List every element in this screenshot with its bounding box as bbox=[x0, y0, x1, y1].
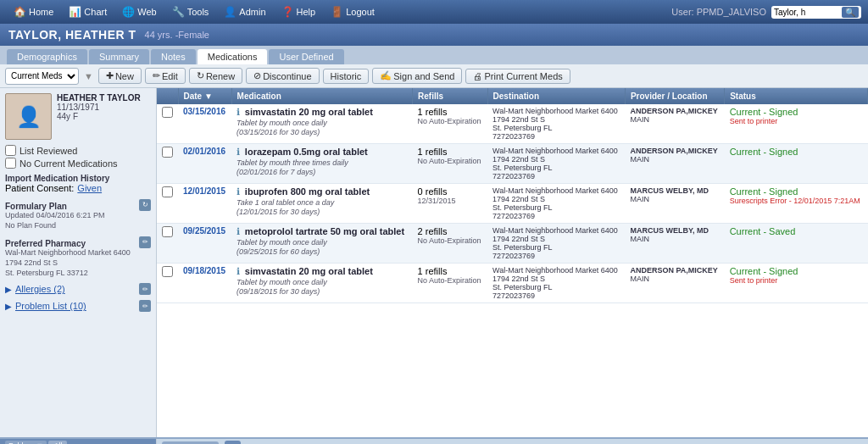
tab-medications[interactable]: Medications bbox=[198, 49, 268, 64]
formulary-no-plan: No Plan Found bbox=[5, 221, 151, 231]
print-icon: 🖨 bbox=[473, 71, 482, 81]
top-search-button[interactable]: 🔍 bbox=[842, 7, 859, 18]
list-reviewed-checkbox[interactable] bbox=[5, 145, 16, 156]
formulary-plan-label: Formulary Plan bbox=[5, 202, 67, 211]
top-search-box[interactable]: 🔍 bbox=[771, 6, 861, 19]
row-refills: 1 refills No Auto-Expiration bbox=[413, 144, 487, 184]
nav-web[interactable]: 🌐 Web bbox=[115, 4, 163, 19]
all-button[interactable]: All bbox=[48, 441, 67, 444]
new-icon: ✚ bbox=[106, 70, 114, 81]
no-current-meds-item[interactable]: No Current Medications bbox=[5, 158, 151, 169]
nav-chart[interactable]: 📊 Chart bbox=[62, 4, 114, 19]
row-destination: Wal-Mart Neighborhood Market 6400 1794 2… bbox=[487, 144, 625, 184]
col-refills[interactable]: Refills bbox=[413, 88, 487, 104]
row-status: Current - Signed Sent to printer bbox=[725, 104, 868, 144]
allergies-edit-icon[interactable]: ✏ bbox=[139, 283, 151, 295]
bottom-left-panel: Folders ▼ All Sorted by Date EST PATIENT… bbox=[0, 439, 157, 444]
nav-logout[interactable]: 🚪 Logout bbox=[324, 4, 381, 19]
row-provider: ANDERSON PA,MICKEY MAIN bbox=[625, 144, 724, 184]
medications-toolbar: Current Meds ▼ ✚ New ✏ Edit ↻ Renew ⊘ Di… bbox=[0, 64, 868, 88]
col-provider[interactable]: Provider / Location bbox=[625, 88, 724, 104]
row-provider: MARCUS WELBY, MD MAIN bbox=[625, 184, 724, 224]
bottom-tabs-row: New Rx ✕ + bbox=[157, 439, 868, 444]
left-sidebar: 👤 HEATHER T TAYLOR 11/13/1971 44y F List… bbox=[0, 88, 157, 437]
row-date: 02/01/2016 bbox=[178, 144, 231, 184]
table-row[interactable]: 03/15/2016 ℹ simvastatin 20 mg oral tabl… bbox=[157, 104, 868, 144]
allergies-section: ▶ Allergies (2) ✏ bbox=[5, 283, 151, 295]
nav-tools[interactable]: 🔧 Tools bbox=[165, 4, 216, 19]
row-checkbox[interactable] bbox=[162, 226, 173, 237]
historic-button[interactable]: Historic bbox=[323, 69, 370, 84]
patient-age: 44 yrs. -Female bbox=[145, 30, 209, 40]
row-destination: Wal-Mart Neighborhood Market 6400 1794 2… bbox=[487, 224, 625, 264]
import-history-label: Import Medication History bbox=[5, 174, 151, 183]
row-medication: ℹ lorazepam 0.5mg oral tablet Tablet by … bbox=[231, 144, 413, 184]
sidebar-patient-age: 44y F bbox=[57, 112, 141, 121]
main-layout: 👤 HEATHER T TAYLOR 11/13/1971 44y F List… bbox=[0, 88, 868, 437]
bottom-center-panel: New Rx ✕ + ✏ 🗑 ✕ ⊕ ↻ Renew w/Edit 📧 eSen… bbox=[157, 439, 868, 444]
nav-admin[interactable]: 👤 Admin bbox=[217, 4, 272, 19]
current-meds-select[interactable]: Current Meds bbox=[5, 68, 79, 85]
table-row[interactable]: 12/01/2015 ℹ ibuprofen 800 mg oral table… bbox=[157, 184, 868, 224]
problem-edit-icon[interactable]: ✏ bbox=[139, 300, 151, 312]
row-refills: 1 refills No Auto-Expiration bbox=[413, 264, 487, 303]
pharmacy-name: Wal-Mart Neighborhood Market 6400 bbox=[5, 248, 151, 258]
sign-icon: ✍ bbox=[380, 70, 392, 81]
info-icon[interactable]: ℹ bbox=[236, 186, 240, 197]
tab-user-defined[interactable]: User Defined bbox=[269, 49, 343, 64]
tab-summary[interactable]: Summary bbox=[89, 49, 149, 64]
nav-help[interactable]: ❓ Help bbox=[275, 4, 323, 19]
print-current-meds-button[interactable]: 🖨 Print Current Meds bbox=[465, 69, 570, 84]
col-date[interactable]: Date ▼ bbox=[178, 88, 231, 104]
medications-table: Date ▼ Medication Refills Destination Pr… bbox=[157, 88, 868, 303]
row-checkbox[interactable] bbox=[162, 147, 173, 158]
formulary-refresh-icon[interactable]: ↻ bbox=[139, 199, 151, 211]
row-status: Current - Signed Sent to printer bbox=[725, 264, 868, 303]
renew-button[interactable]: ↻ Renew bbox=[189, 68, 242, 84]
pharmacy-city: St. Petersburg FL 33712 bbox=[5, 269, 151, 279]
row-checkbox[interactable] bbox=[162, 266, 173, 277]
user-info: User: PPMD_JALVISO 🔍 bbox=[671, 6, 861, 19]
row-status: Current - Signed Surescripts Error - 12/… bbox=[725, 184, 868, 224]
consent-link[interactable]: Given bbox=[77, 183, 102, 193]
info-icon[interactable]: ℹ bbox=[236, 107, 240, 117]
new-button[interactable]: ✚ New bbox=[98, 68, 142, 84]
renew-icon: ↻ bbox=[197, 70, 204, 81]
col-destination[interactable]: Destination bbox=[487, 88, 625, 104]
table-row[interactable]: 09/25/2015 ℹ metoprolol tartrate 50 mg o… bbox=[157, 224, 868, 264]
list-reviewed-item[interactable]: List Reviewed bbox=[5, 145, 151, 156]
row-destination: Wal-Mart Neighborhood Market 6400 1794 2… bbox=[487, 264, 625, 303]
tab-demographics[interactable]: Demographics bbox=[7, 49, 87, 64]
problem-list-link[interactable]: Problem List (10) bbox=[15, 301, 86, 311]
info-icon[interactable]: ℹ bbox=[236, 147, 240, 157]
allergies-link[interactable]: Allergies (2) bbox=[15, 284, 65, 294]
row-checkbox[interactable] bbox=[162, 107, 173, 118]
top-search-input[interactable] bbox=[774, 8, 842, 17]
patient-header: TAYLOR, HEATHER T 44 yrs. -Female bbox=[0, 24, 868, 46]
no-current-meds-checkbox[interactable] bbox=[5, 158, 16, 169]
row-refills: 0 refills 12/31/2015 bbox=[413, 184, 487, 224]
col-medication[interactable]: Medication bbox=[231, 88, 413, 104]
no-current-meds-label: No Current Medications bbox=[19, 158, 118, 169]
col-status[interactable]: Status bbox=[725, 88, 868, 104]
add-tab-button[interactable]: + bbox=[225, 441, 241, 444]
sign-and-send-button[interactable]: ✍ Sign and Send bbox=[372, 68, 462, 84]
row-provider: ANDERSON PA,MICKEY MAIN bbox=[625, 264, 724, 303]
info-icon[interactable]: ℹ bbox=[236, 266, 240, 276]
row-refills: 1 refills No Auto-Expiration bbox=[413, 104, 487, 144]
folders-button[interactable]: Folders ▼ bbox=[5, 441, 47, 444]
col-checkbox[interactable] bbox=[157, 88, 178, 104]
row-status: Current - Saved bbox=[725, 224, 868, 264]
info-icon[interactable]: ℹ bbox=[236, 226, 240, 236]
row-checkbox[interactable] bbox=[162, 186, 173, 197]
edit-button[interactable]: ✏ Edit bbox=[145, 68, 186, 84]
pharmacy-edit-icon[interactable]: ✏ bbox=[139, 236, 151, 248]
preferred-pharmacy-section: Preferred Pharmacy ✏ Wal-Mart Neighborho… bbox=[5, 236, 151, 278]
table-row[interactable]: 09/18/2015 ℹ simvastatin 20 mg oral tabl… bbox=[157, 264, 868, 303]
tab-notes[interactable]: Notes bbox=[151, 49, 196, 64]
nav-home[interactable]: 🏠 Home bbox=[7, 4, 60, 19]
preferred-pharmacy-label: Preferred Pharmacy bbox=[5, 239, 86, 248]
discontinue-button[interactable]: ⊘ Discontinue bbox=[246, 68, 319, 84]
table-row[interactable]: 02/01/2016 ℹ lorazepam 0.5mg oral tablet… bbox=[157, 144, 868, 184]
row-medication: ℹ ibuprofen 800 mg oral tablet Take 1 or… bbox=[231, 184, 413, 224]
